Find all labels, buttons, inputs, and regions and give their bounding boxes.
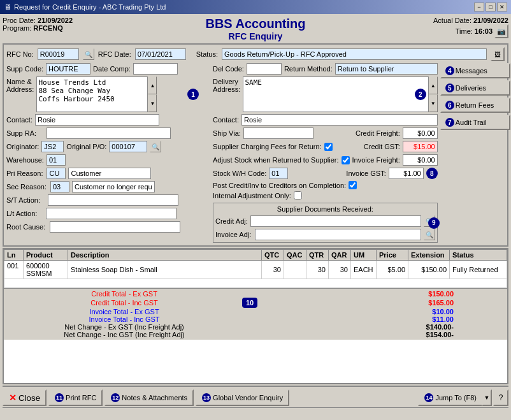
- rfc-no-field[interactable]: R00019: [38, 48, 79, 60]
- notes-label: Notes & Attachments: [122, 394, 187, 402]
- status-icon-button[interactable]: 🖼: [491, 47, 505, 61]
- warehouse-field[interactable]: 01: [47, 154, 66, 166]
- internal-adj-checkbox[interactable]: [294, 191, 302, 199]
- col-um: UM: [351, 250, 377, 261]
- jump-to-button[interactable]: 14 Jump To (F8): [418, 389, 482, 406]
- credit-total-inc-label: Credit Total - Inc GST: [90, 299, 158, 307]
- original-po-search[interactable]: 🔍: [150, 141, 161, 152]
- contact-left-label: Contact:: [6, 116, 32, 124]
- date-comp-label: Date Comp:: [93, 65, 131, 73]
- messages-badge: 4: [445, 66, 454, 75]
- ship-via-field[interactable]: [243, 127, 313, 139]
- pri-reason-text[interactable]: Customer: [68, 168, 151, 179]
- internal-adj-label: Internal Adjustment Only:: [213, 192, 291, 199]
- delivery-address-field[interactable]: SAME: [243, 76, 428, 112]
- st-action-label: S/T Action:: [6, 196, 40, 204]
- sec-reason-code[interactable]: 03: [50, 181, 69, 192]
- camera-button[interactable]: 📷: [494, 24, 508, 38]
- print-rfc-button[interactable]: 11 Print RFC: [48, 389, 103, 406]
- stock-wh-field[interactable]: 01: [269, 168, 288, 179]
- date-comp-field[interactable]: [133, 63, 178, 75]
- sec-reason-text[interactable]: Customer no longer requires go: [72, 181, 155, 192]
- credit-freight-field[interactable]: $0.00: [403, 127, 438, 139]
- root-cause-field[interactable]: [50, 221, 180, 233]
- name-address-label: Name &Address:: [6, 78, 34, 93]
- program-value: RFCENQ: [33, 24, 62, 32]
- lt-action-label: L/t Action:: [6, 210, 37, 217]
- delivery-scroll-down[interactable]: ▼: [429, 94, 438, 112]
- invoice-total-ex-value: $10.00: [432, 308, 454, 315]
- close-window-button[interactable]: ✕: [497, 3, 507, 11]
- pri-reason-code[interactable]: CU: [47, 168, 66, 179]
- global-vendor-button[interactable]: 13 Global Vendor Enquiry: [196, 389, 289, 406]
- maximize-button[interactable]: □: [486, 3, 496, 11]
- invoice-adj-search[interactable]: 🔍: [424, 229, 435, 240]
- delivery-scroll-up[interactable]: ▲: [429, 76, 438, 94]
- supp-ra-field[interactable]: [47, 127, 171, 139]
- post-credit-checkbox[interactable]: [349, 181, 357, 189]
- name-address-field[interactable]: House Trends Ltd 88 Sea Change Way Coffs…: [36, 76, 148, 112]
- credit-adj-field[interactable]: [250, 215, 421, 227]
- lt-action-field[interactable]: [46, 208, 176, 219]
- invoice-total-inc-value: $11.00: [432, 315, 454, 323]
- badge-10: 10: [242, 298, 257, 308]
- original-po-field[interactable]: 000107: [109, 141, 147, 152]
- notes-button[interactable]: 12 Notes & Attachments: [104, 389, 194, 406]
- jump-to-dropdown[interactable]: ▼: [482, 389, 492, 406]
- global-vendor-label: Global Vendor Enquiry: [213, 394, 283, 402]
- proc-date-value: 21/09/2022: [38, 17, 73, 24]
- root-cause-label: Root Cause:: [6, 223, 45, 231]
- col-qac: QAC: [284, 250, 306, 261]
- rfc-date-field[interactable]: 07/01/2021: [135, 48, 186, 60]
- col-qar: QAR: [329, 250, 351, 261]
- original-po-label: Original P/O:: [66, 143, 106, 150]
- rfc-no-search[interactable]: 🔍: [83, 48, 94, 60]
- header-right: Actual Date: 21/09/2022 Time: 16:03 📷: [407, 17, 508, 38]
- invoice-adj-label: Invoice Adj:: [215, 231, 251, 238]
- supplier-charging-checkbox[interactable]: [324, 143, 333, 151]
- originator-field[interactable]: JS2: [41, 141, 64, 152]
- supp-code-field[interactable]: HOUTRE: [46, 63, 90, 75]
- badge-2: 2: [415, 89, 426, 100]
- badge-1: 1: [187, 89, 199, 100]
- post-credit-label: Post Credit/Inv to Creditors on Completi…: [213, 182, 346, 189]
- deliveries-button[interactable]: 5 Deliveries: [440, 80, 510, 96]
- messages-button[interactable]: 4 Messages: [440, 63, 510, 78]
- address-scroll-down[interactable]: ▼: [148, 94, 157, 112]
- return-fees-button[interactable]: 6 Return Fees: [440, 98, 510, 113]
- badge-8: 8: [426, 168, 438, 179]
- credit-total-ex-value: $150.00: [428, 290, 454, 298]
- adjust-stock-checkbox[interactable]: [342, 156, 350, 164]
- rfc-date-label: RFC Date:: [98, 50, 131, 58]
- actual-date-label: Actual Date:: [433, 17, 471, 24]
- close-button[interactable]: ✕ Close: [3, 389, 47, 406]
- del-code-field[interactable]: [247, 63, 282, 75]
- col-product: Product: [24, 250, 68, 261]
- address-scroll-up[interactable]: ▲: [148, 76, 157, 94]
- title-bar: 🖥 Request for Credit Enquiry - ABC Tradi…: [0, 0, 511, 14]
- credit-freight-label: Credit Freight:: [356, 129, 400, 137]
- return-method-field[interactable]: Return to Supplier: [335, 63, 438, 75]
- table-row-empty: [4, 279, 507, 288]
- net-change-inc-value: $154.00-: [426, 331, 454, 338]
- table-row[interactable]: 001 600000SSMSM Stainless Soap Dish - Sm…: [4, 261, 507, 279]
- invoice-total-ex-label: Invoice Total - Ex GST: [89, 308, 159, 315]
- invoice-freight-label: Invoice Freight:: [352, 156, 400, 164]
- invoice-gst-field[interactable]: $1.00: [389, 168, 424, 179]
- contact-right-label: Contact:: [213, 116, 239, 124]
- col-extension: Extension: [408, 250, 450, 261]
- minimize-button[interactable]: −: [474, 3, 484, 11]
- del-code-label: Del Code:: [213, 65, 244, 73]
- status-field[interactable]: Goods Return/Pick-Up - RFC Approved: [222, 48, 487, 60]
- credit-gst-field[interactable]: $15.00: [403, 141, 438, 152]
- contact-right-field[interactable]: Rosie: [241, 114, 438, 126]
- contact-left-field[interactable]: Rosie: [35, 114, 159, 126]
- invoice-total-ex-row: Invoice Total - Ex GST $10.00: [6, 308, 505, 315]
- col-ln: Ln: [4, 250, 24, 261]
- help-button[interactable]: ?: [493, 389, 508, 406]
- invoice-freight-field[interactable]: $0.00: [403, 154, 438, 166]
- credit-total-ex-label: Credit Total - Ex GST: [91, 290, 157, 298]
- audit-trail-button[interactable]: 7 Audit Trail: [440, 115, 510, 130]
- st-action-field[interactable]: [48, 194, 178, 206]
- invoice-adj-field[interactable]: [255, 229, 421, 240]
